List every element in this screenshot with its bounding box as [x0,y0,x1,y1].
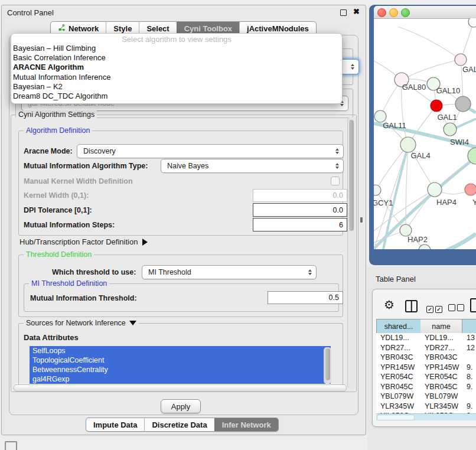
hub-definition-toggle[interactable]: Hub/Transcription Factor Definition [19,237,148,246]
aracne-mode-combo[interactable]: Discovery [77,144,344,158]
split-columns-icon[interactable] [405,300,418,312]
data-attributes-list[interactable]: SelfLoops TopologicalCoefficient Between… [30,346,331,385]
edge[interactable] [440,234,476,249]
node-salmon[interactable] [465,184,476,195]
column-header-shared-name[interactable]: shared... [376,319,421,334]
aracne-mode-label: Aracne Mode: [24,147,73,155]
table-hscrollbar-thumb[interactable] [377,415,415,420]
data-attributes-label: Data Attributes [24,333,79,342]
zoom-traffic-icon[interactable] [401,8,410,17]
dpi-tolerance-field[interactable]: 0.0 [253,203,347,217]
list-item[interactable]: TopologicalCoefficient [30,356,331,365]
network-view-frame[interactable]: GAL GAL80 GAL10 GAL1 GAL11 SWI4 GAL4 GCY… [369,5,476,265]
which-threshold-combo[interactable]: MI Threshold [142,265,317,279]
dropdown-placeholder: Select algorithm to view settings [11,35,342,44]
menu-item-basic-correlation[interactable]: Basic Correlation Inference [11,53,342,63]
list-scrollbar[interactable] [324,347,331,384]
node-label: HAP4 [436,198,457,207]
close-icon[interactable]: ✖ [353,7,360,16]
network-window-titlebar[interactable] [374,6,476,19]
table-hscrollbar[interactable] [376,413,476,420]
mi-steps-field[interactable]: 6 [253,218,347,231]
table-row[interactable]: YER054C YER054C 8. [376,372,476,382]
manual-kernel-label: Manual Kernel Width Definition [24,177,133,185]
list-item[interactable]: gal4RGexp [30,374,331,384]
table-row[interactable]: YBR045C YBR045C 9. [376,382,476,392]
column-header-name[interactable]: name [420,319,462,334]
sources-group: Sources for Network Inference Data Attri… [18,323,343,390]
combo-arrows-icon [335,163,339,169]
table-row[interactable]: YDR27... YDR27... 12 [376,343,476,353]
column-header[interactable] [462,319,476,334]
tab-discretize-data[interactable]: Discretize Data [144,418,214,431]
list-item[interactable]: SelfLoops [30,346,331,356]
mi-threshold-label: Mutual Information Threshold: [30,294,137,302]
menu-item-dream8[interactable]: Dream8 DC_TDC Algorithm [11,92,342,101]
edge[interactable] [397,27,461,60]
table-row[interactable]: YDL19... YDL19... 13 [376,333,476,343]
minimized-panel-icon[interactable] [5,441,17,450]
node-label: GAL80 [402,83,426,92]
manual-kernel-checkbox [331,177,340,185]
menu-item-bayesian-k2[interactable]: Bayesian – K2 [11,82,342,92]
apply-button[interactable]: Apply [161,399,201,413]
menu-item-mutual-information[interactable]: Mutual Information Inference [11,73,342,82]
sources-title[interactable]: Sources for Network Inference [24,319,139,327]
select-all-columns-icon[interactable]: ✓✓ [426,303,444,314]
menu-item-aracne[interactable]: ARACNE Algorithm [11,63,342,72]
deselect-all-columns-icon[interactable] [448,303,466,314]
list-item[interactable]: BetweennessCentrality [30,365,331,374]
gear-icon[interactable]: ⚙ [384,299,395,311]
network-canvas[interactable]: GAL GAL80 GAL10 GAL1 GAL11 SWI4 GAL4 GCY… [374,18,476,249]
network-window: GAL GAL80 GAL10 GAL1 GAL11 SWI4 GAL4 GCY… [374,6,476,249]
node[interactable] [468,18,476,27]
combo-arrows-icon [351,64,354,70]
combo-arrows-icon [335,148,339,154]
node-gray[interactable] [455,96,471,112]
table-row[interactable]: YBR043C YBR043C [376,353,476,363]
node-label: GCY1 [374,198,393,207]
algorithm-dropdown-popup: Select algorithm to view settings Bayesi… [11,33,343,104]
node-hap4[interactable] [428,182,442,197]
mi-type-combo[interactable]: Naive Bayes [161,159,344,173]
menu-item-bayesian-hill[interactable]: Bayesian – Hill Climbing [11,44,342,53]
table-row[interactable]: YPR145W YPR145W 9. [376,363,476,373]
settings-scrollbar[interactable] [347,117,355,389]
mi-threshold-title: MI Threshold Definition [29,279,109,288]
node[interactable] [444,123,457,136]
node-gal4[interactable] [400,137,416,152]
table-row[interactable]: YLR345W YLR345W 9. [376,402,476,412]
close-traffic-icon[interactable] [377,8,386,17]
list-scrollbar-thumb[interactable] [325,348,330,380]
node-hap2[interactable] [400,224,412,236]
table-body: YDL19... YDL19... 13 YDR27... YDR27... 1… [376,333,476,413]
tab-network-label: Network [69,24,99,33]
which-threshold-label: Which threshold to use: [52,268,136,276]
mi-threshold-field[interactable]: 0.5 [268,291,343,304]
splitter-grip[interactable] [360,217,363,223]
minimize-traffic-icon[interactable] [389,8,398,17]
node-label: GAL10 [436,86,460,95]
threshold-definition-title: Threshold Definition [24,250,94,259]
edge[interactable] [406,190,435,230]
table-header: shared... name [376,319,476,333]
edge[interactable] [402,60,461,80]
cyni-algorithm-settings-group: Cyni Algorithm Settings Algorithm Defini… [11,115,357,392]
float-window-icon[interactable] [340,9,347,16]
node-gcy1[interactable] [374,185,381,195]
tab-impute-data[interactable]: Impute Data [86,418,144,431]
new-table-icon[interactable] [470,298,476,312]
node-gal2[interactable] [455,54,467,66]
settings-scrollbar-thumb[interactable] [349,120,354,231]
tab-infer-network[interactable]: Infer Network [214,418,278,431]
network-icon [58,24,66,33]
cyni-settings-title: Cyni Algorithm Settings [16,110,97,119]
node-gal1-red[interactable] [431,100,442,112]
control-panel-title: Control Panel [7,8,54,17]
node-gal11[interactable] [374,110,386,122]
combo-arrows-icon [308,269,312,275]
algorithm-definition-title: Algorithm Definition [24,126,92,135]
chevron-right-icon [142,239,148,246]
table-row[interactable]: YBL079W YBL079W [376,392,476,402]
settings-hscrollbar[interactable] [14,384,347,392]
